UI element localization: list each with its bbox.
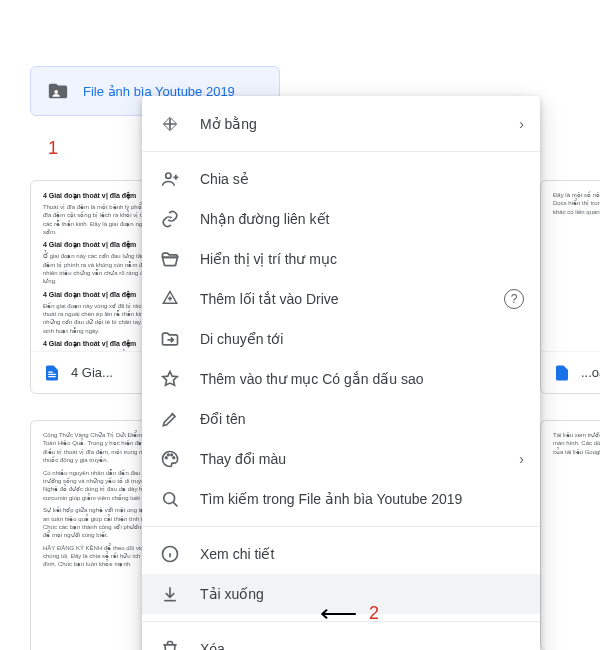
menu-label: Chia sẻ bbox=[200, 171, 524, 187]
svg-point-5 bbox=[173, 457, 175, 459]
svg-point-0 bbox=[54, 90, 58, 94]
svg-point-4 bbox=[171, 454, 173, 456]
chevron-right-icon: › bbox=[519, 116, 524, 132]
open-with-icon bbox=[158, 112, 182, 136]
menu-label: Đổi tên bbox=[200, 411, 524, 427]
annotation-number: 2 bbox=[369, 603, 379, 624]
menu-open-with[interactable]: Mở bằng › bbox=[142, 104, 540, 144]
menu-label: Thay đổi màu bbox=[200, 451, 519, 467]
palette-icon bbox=[158, 447, 182, 471]
menu-share[interactable]: Chia sẻ bbox=[142, 159, 540, 199]
menu-show-location[interactable]: Hiển thị vị trí thư mục bbox=[142, 239, 540, 279]
folder-open-icon bbox=[158, 247, 182, 271]
menu-remove[interactable]: Xóa bbox=[142, 629, 540, 650]
svg-point-3 bbox=[168, 454, 170, 456]
pencil-icon bbox=[158, 407, 182, 431]
menu-add-shortcut[interactable]: Thêm lối tắt vào Drive ? bbox=[142, 279, 540, 319]
docs-icon bbox=[43, 364, 61, 382]
menu-change-color[interactable]: Thay đổi màu › bbox=[142, 439, 540, 479]
menu-add-star[interactable]: Thêm vào thư mục Có gắn dấu sao bbox=[142, 359, 540, 399]
menu-search-within[interactable]: Tìm kiếm trong File ảnh bìa Youtube 2019 bbox=[142, 479, 540, 519]
chevron-right-icon: › bbox=[519, 451, 524, 467]
search-prefix: Tìm kiếm trong bbox=[200, 491, 298, 507]
file-title: ...oa ... bbox=[581, 365, 600, 380]
shared-folder-icon bbox=[47, 80, 69, 102]
menu-rename[interactable]: Đổi tên bbox=[142, 399, 540, 439]
menu-label: Mở bằng bbox=[200, 116, 519, 132]
annotation-1: 1 bbox=[48, 138, 58, 159]
menu-view-details[interactable]: Xem chi tiết bbox=[142, 534, 540, 574]
menu-get-link[interactable]: Nhận đường liên kết bbox=[142, 199, 540, 239]
menu-label: Tìm kiếm trong File ảnh bìa Youtube 2019 bbox=[200, 491, 524, 507]
svg-point-1 bbox=[166, 173, 171, 178]
file-preview: Đây là một số nội dung văn bản xem trước… bbox=[541, 181, 600, 351]
menu-label: Nhận đường liên kết bbox=[200, 211, 524, 227]
drive-shortcut-icon bbox=[158, 287, 182, 311]
svg-point-2 bbox=[165, 457, 167, 459]
link-icon bbox=[158, 207, 182, 231]
menu-label: Hiển thị vị trí thư mục bbox=[200, 251, 524, 267]
annotation-2: ⟵ 2 bbox=[320, 600, 379, 626]
context-menu: Mở bằng › Chia sẻ Nhận đường liên kết Hi… bbox=[142, 96, 540, 650]
file-card[interactable]: Đây là một số nội dung văn bản xem trước… bbox=[540, 180, 600, 394]
search-icon bbox=[158, 487, 182, 511]
search-folder-name: File ảnh bìa Youtube 2019 bbox=[298, 491, 462, 507]
info-icon bbox=[158, 542, 182, 566]
docs-icon bbox=[553, 364, 571, 382]
menu-move-to[interactable]: Di chuyển tới bbox=[142, 319, 540, 359]
file-title-row: ...oa ... bbox=[541, 351, 600, 393]
person-add-icon bbox=[158, 167, 182, 191]
arrow-left-icon: ⟵ bbox=[320, 600, 357, 626]
menu-label: Xóa bbox=[200, 641, 524, 650]
file-preview: Tài liệu xem trước khác hiển thị một phầ… bbox=[541, 421, 600, 650]
file-card[interactable]: Tài liệu xem trước khác hiển thị một phầ… bbox=[540, 420, 600, 650]
download-icon bbox=[158, 582, 182, 606]
help-icon[interactable]: ? bbox=[504, 289, 524, 309]
menu-label: Xem chi tiết bbox=[200, 546, 524, 562]
menu-separator bbox=[142, 151, 540, 152]
menu-label: Di chuyển tới bbox=[200, 331, 524, 347]
menu-label: Thêm vào thư mục Có gắn dấu sao bbox=[200, 371, 524, 387]
star-icon bbox=[158, 367, 182, 391]
move-to-icon bbox=[158, 327, 182, 351]
trash-icon bbox=[158, 637, 182, 650]
menu-label: Thêm lối tắt vào Drive bbox=[200, 291, 504, 307]
menu-separator bbox=[142, 526, 540, 527]
svg-point-6 bbox=[164, 493, 175, 504]
file-title: 4 Gia... bbox=[71, 365, 113, 380]
